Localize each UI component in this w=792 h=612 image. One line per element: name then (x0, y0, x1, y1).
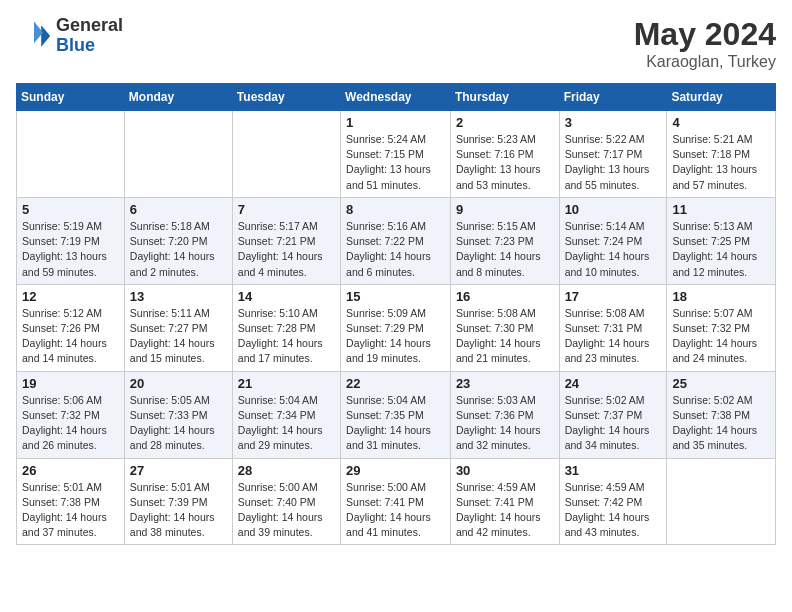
day-cell: 12Sunrise: 5:12 AMSunset: 7:26 PMDayligh… (17, 284, 125, 371)
day-info: Sunrise: 5:10 AMSunset: 7:28 PMDaylight:… (238, 306, 335, 367)
day-cell: 17Sunrise: 5:08 AMSunset: 7:31 PMDayligh… (559, 284, 667, 371)
weekday-header-tuesday: Tuesday (232, 84, 340, 111)
day-info: Sunrise: 5:16 AMSunset: 7:22 PMDaylight:… (346, 219, 445, 280)
day-info: Sunrise: 5:01 AMSunset: 7:39 PMDaylight:… (130, 480, 227, 541)
day-number: 15 (346, 289, 445, 304)
week-row-4: 19Sunrise: 5:06 AMSunset: 7:32 PMDayligh… (17, 371, 776, 458)
day-info: Sunrise: 5:01 AMSunset: 7:38 PMDaylight:… (22, 480, 119, 541)
day-number: 18 (672, 289, 770, 304)
day-cell: 7Sunrise: 5:17 AMSunset: 7:21 PMDaylight… (232, 197, 340, 284)
location: Karaoglan, Turkey (634, 53, 776, 71)
day-cell: 10Sunrise: 5:14 AMSunset: 7:24 PMDayligh… (559, 197, 667, 284)
day-cell: 27Sunrise: 5:01 AMSunset: 7:39 PMDayligh… (124, 458, 232, 545)
day-number: 2 (456, 115, 554, 130)
day-cell: 30Sunrise: 4:59 AMSunset: 7:41 PMDayligh… (450, 458, 559, 545)
day-cell: 4Sunrise: 5:21 AMSunset: 7:18 PMDaylight… (667, 111, 776, 198)
day-number: 9 (456, 202, 554, 217)
day-number: 23 (456, 376, 554, 391)
day-number: 6 (130, 202, 227, 217)
day-number: 29 (346, 463, 445, 478)
weekday-header-sunday: Sunday (17, 84, 125, 111)
day-number: 1 (346, 115, 445, 130)
weekday-header-row: SundayMondayTuesdayWednesdayThursdayFrid… (17, 84, 776, 111)
page-header: General Blue May 2024 Karaoglan, Turkey (16, 16, 776, 71)
week-row-2: 5Sunrise: 5:19 AMSunset: 7:19 PMDaylight… (17, 197, 776, 284)
day-info: Sunrise: 4:59 AMSunset: 7:42 PMDaylight:… (565, 480, 662, 541)
day-cell: 19Sunrise: 5:06 AMSunset: 7:32 PMDayligh… (17, 371, 125, 458)
day-info: Sunrise: 5:04 AMSunset: 7:35 PMDaylight:… (346, 393, 445, 454)
logo-blue: Blue (56, 36, 123, 56)
week-row-1: 1Sunrise: 5:24 AMSunset: 7:15 PMDaylight… (17, 111, 776, 198)
day-cell: 2Sunrise: 5:23 AMSunset: 7:16 PMDaylight… (450, 111, 559, 198)
day-cell: 14Sunrise: 5:10 AMSunset: 7:28 PMDayligh… (232, 284, 340, 371)
day-info: Sunrise: 5:02 AMSunset: 7:37 PMDaylight:… (565, 393, 662, 454)
day-info: Sunrise: 5:22 AMSunset: 7:17 PMDaylight:… (565, 132, 662, 193)
day-cell: 18Sunrise: 5:07 AMSunset: 7:32 PMDayligh… (667, 284, 776, 371)
day-cell: 13Sunrise: 5:11 AMSunset: 7:27 PMDayligh… (124, 284, 232, 371)
calendar: SundayMondayTuesdayWednesdayThursdayFrid… (16, 83, 776, 545)
day-number: 4 (672, 115, 770, 130)
day-cell: 23Sunrise: 5:03 AMSunset: 7:36 PMDayligh… (450, 371, 559, 458)
day-number: 13 (130, 289, 227, 304)
day-cell: 9Sunrise: 5:15 AMSunset: 7:23 PMDaylight… (450, 197, 559, 284)
day-cell: 11Sunrise: 5:13 AMSunset: 7:25 PMDayligh… (667, 197, 776, 284)
day-number: 5 (22, 202, 119, 217)
day-info: Sunrise: 5:06 AMSunset: 7:32 PMDaylight:… (22, 393, 119, 454)
weekday-header-saturday: Saturday (667, 84, 776, 111)
day-number: 14 (238, 289, 335, 304)
day-cell (667, 458, 776, 545)
svg-marker-0 (41, 25, 50, 47)
weekday-header-wednesday: Wednesday (341, 84, 451, 111)
day-cell: 31Sunrise: 4:59 AMSunset: 7:42 PMDayligh… (559, 458, 667, 545)
day-number: 31 (565, 463, 662, 478)
logo-icon (16, 18, 52, 54)
day-info: Sunrise: 5:11 AMSunset: 7:27 PMDaylight:… (130, 306, 227, 367)
day-number: 16 (456, 289, 554, 304)
day-number: 30 (456, 463, 554, 478)
day-info: Sunrise: 5:17 AMSunset: 7:21 PMDaylight:… (238, 219, 335, 280)
day-cell: 3Sunrise: 5:22 AMSunset: 7:17 PMDaylight… (559, 111, 667, 198)
day-cell: 20Sunrise: 5:05 AMSunset: 7:33 PMDayligh… (124, 371, 232, 458)
day-cell: 21Sunrise: 5:04 AMSunset: 7:34 PMDayligh… (232, 371, 340, 458)
day-number: 7 (238, 202, 335, 217)
weekday-header-friday: Friday (559, 84, 667, 111)
day-cell: 25Sunrise: 5:02 AMSunset: 7:38 PMDayligh… (667, 371, 776, 458)
day-cell: 5Sunrise: 5:19 AMSunset: 7:19 PMDaylight… (17, 197, 125, 284)
day-info: Sunrise: 5:00 AMSunset: 7:41 PMDaylight:… (346, 480, 445, 541)
day-number: 25 (672, 376, 770, 391)
day-cell: 16Sunrise: 5:08 AMSunset: 7:30 PMDayligh… (450, 284, 559, 371)
day-cell (232, 111, 340, 198)
day-cell: 8Sunrise: 5:16 AMSunset: 7:22 PMDaylight… (341, 197, 451, 284)
day-number: 8 (346, 202, 445, 217)
day-info: Sunrise: 5:04 AMSunset: 7:34 PMDaylight:… (238, 393, 335, 454)
day-number: 26 (22, 463, 119, 478)
day-info: Sunrise: 5:13 AMSunset: 7:25 PMDaylight:… (672, 219, 770, 280)
logo-general: General (56, 16, 123, 36)
day-info: Sunrise: 5:00 AMSunset: 7:40 PMDaylight:… (238, 480, 335, 541)
day-cell: 28Sunrise: 5:00 AMSunset: 7:40 PMDayligh… (232, 458, 340, 545)
day-cell: 29Sunrise: 5:00 AMSunset: 7:41 PMDayligh… (341, 458, 451, 545)
day-info: Sunrise: 5:21 AMSunset: 7:18 PMDaylight:… (672, 132, 770, 193)
day-info: Sunrise: 5:08 AMSunset: 7:31 PMDaylight:… (565, 306, 662, 367)
day-cell: 6Sunrise: 5:18 AMSunset: 7:20 PMDaylight… (124, 197, 232, 284)
day-info: Sunrise: 5:08 AMSunset: 7:30 PMDaylight:… (456, 306, 554, 367)
day-number: 20 (130, 376, 227, 391)
day-info: Sunrise: 5:09 AMSunset: 7:29 PMDaylight:… (346, 306, 445, 367)
day-info: Sunrise: 5:07 AMSunset: 7:32 PMDaylight:… (672, 306, 770, 367)
weekday-header-monday: Monday (124, 84, 232, 111)
day-cell: 15Sunrise: 5:09 AMSunset: 7:29 PMDayligh… (341, 284, 451, 371)
week-row-3: 12Sunrise: 5:12 AMSunset: 7:26 PMDayligh… (17, 284, 776, 371)
month-title: May 2024 (634, 16, 776, 53)
day-number: 11 (672, 202, 770, 217)
day-info: Sunrise: 5:12 AMSunset: 7:26 PMDaylight:… (22, 306, 119, 367)
logo: General Blue (16, 16, 123, 56)
week-row-5: 26Sunrise: 5:01 AMSunset: 7:38 PMDayligh… (17, 458, 776, 545)
day-info: Sunrise: 5:14 AMSunset: 7:24 PMDaylight:… (565, 219, 662, 280)
day-info: Sunrise: 4:59 AMSunset: 7:41 PMDaylight:… (456, 480, 554, 541)
day-number: 24 (565, 376, 662, 391)
day-number: 19 (22, 376, 119, 391)
logo-text: General Blue (56, 16, 123, 56)
day-info: Sunrise: 5:15 AMSunset: 7:23 PMDaylight:… (456, 219, 554, 280)
day-number: 3 (565, 115, 662, 130)
day-number: 21 (238, 376, 335, 391)
